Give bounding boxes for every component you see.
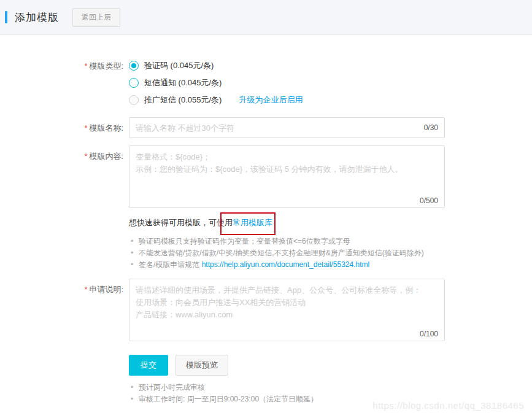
- radio-option-promo-sms[interactable]: 推广短信 (0.055元/条) 升级为企业后启用: [129, 91, 445, 109]
- add-template-form: *模版类型: 验证码 (0.045元/条) 短信通知 (0.045元/条) 推广…: [0, 35, 532, 405]
- application-note-textarea[interactable]: [129, 279, 445, 341]
- required-marker: *: [85, 152, 88, 161]
- back-button[interactable]: 返回上层: [72, 8, 120, 27]
- review-notes-list: 预计两小时完成审核 审核工作时间: 周一至周日9:00-23:00（法定节日顺延…: [129, 382, 445, 405]
- template-preview-button[interactable]: 模版预览: [175, 355, 228, 376]
- note-item: 预计两小时完成审核: [129, 382, 445, 393]
- radio-option-label: 短信通知 (0.045元/条): [144, 77, 222, 88]
- actions-row: 提交 模版预览 预计两小时完成审核 审核工作时间: 周一至周日9:00-23:0…: [0, 344, 532, 405]
- required-marker: *: [85, 124, 88, 133]
- template-content-textarea[interactable]: [129, 145, 445, 208]
- tip-item: 验证码模板只支持验证码作为变量；变量替换值<=6位数字或字母: [129, 236, 445, 247]
- common-template-library-link[interactable]: 常用模版库: [233, 218, 272, 227]
- radio-selected-icon: [129, 61, 139, 71]
- radio-option-sms-notification[interactable]: 短信通知 (0.045元/条): [129, 74, 445, 91]
- note-item: 审核工作时间: 周一至周日9:00-23:00（法定节日顺延）: [129, 393, 445, 405]
- title-accent-bar: [5, 11, 7, 23]
- template-content-label: *模版内容:: [0, 145, 129, 271]
- template-library-hint: 想快速获得可用模版，可使用常用模版库: [129, 217, 445, 229]
- application-note-row: *申请说明: 0/100: [0, 279, 532, 344]
- radio-disabled-icon: [129, 95, 139, 105]
- required-marker: *: [85, 285, 88, 294]
- radio-option-label: 验证码 (0.045元/条): [144, 60, 214, 71]
- template-name-input[interactable]: [129, 117, 445, 138]
- template-content-row: *模版内容: 0/500 想快速获得可用模版，可使用常用模版库 验证码模板只支持…: [0, 145, 532, 271]
- radio-option-verification-code[interactable]: 验证码 (0.045元/条): [129, 57, 445, 74]
- template-type-row: *模版类型: 验证码 (0.045元/条) 短信通知 (0.045元/条) 推广…: [0, 57, 532, 109]
- submit-button[interactable]: 提交: [129, 355, 168, 376]
- radio-option-label: 推广短信 (0.055元/条): [144, 95, 222, 106]
- required-marker: *: [85, 62, 88, 71]
- upgrade-enterprise-link[interactable]: 升级为企业后启用: [239, 95, 303, 106]
- page-header: 添加模版 返回上层: [0, 0, 532, 35]
- application-note-label: *申请说明:: [0, 279, 129, 344]
- template-name-label: *模版名称:: [0, 117, 129, 138]
- template-name-row: *模版名称: 0/30: [0, 117, 532, 138]
- template-tips-list: 验证码模板只支持验证码作为变量；变量替换值<=6位数字或字母 不能发送营销/贷款…: [129, 236, 445, 271]
- template-type-label: *模版类型:: [0, 57, 129, 109]
- tip-item: 不能发送营销/贷款/借款/中奖/抽奖类短信,不支持金融理财&房产通知类短信(验证…: [129, 247, 445, 259]
- spec-document-link[interactable]: https://help.aliyun.com/document_detail/…: [202, 260, 370, 269]
- page-title: 添加模版: [15, 10, 59, 25]
- tip-item: 签名/模版申请规范 https://help.aliyun.com/docume…: [129, 259, 445, 271]
- radio-unselected-icon: [129, 78, 139, 88]
